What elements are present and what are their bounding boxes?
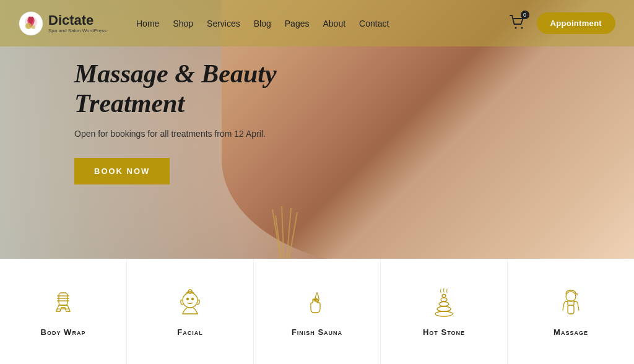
svg-line-29 [578,303,579,310]
body-wrap-icon [46,286,80,320]
service-card-body-wrap[interactable]: Body Wrap [0,259,127,364]
nav-about[interactable]: About [323,19,345,28]
svg-point-11 [521,27,523,28]
appointment-button[interactable]: Appointment [537,12,615,34]
service-card-massage[interactable]: Massage [508,259,634,364]
svg-point-23 [439,301,449,306]
logo-text: Dictate Spa and Salon WordPress [48,13,106,33]
logo-title: Dictate [48,13,106,28]
facial-icon [173,286,207,320]
logo-icon [19,11,43,36]
hero-content: Massage & Beauty Treatment Open for book… [74,59,334,184]
nav-shop[interactable]: Shop [173,19,193,28]
service-card-facial[interactable]: Facial [127,259,254,364]
svg-line-28 [563,303,564,310]
svg-point-8 [25,23,32,29]
service-label-body-wrap: Body Wrap [41,327,86,337]
svg-point-10 [515,27,516,28]
nav-contact[interactable]: Contact [359,19,389,28]
book-now-button[interactable]: Book Now [74,158,170,184]
svg-point-18 [187,298,189,300]
svg-point-19 [192,298,194,300]
nav-blog[interactable]: Blog [254,19,271,28]
services-row: Body Wrap [0,259,634,364]
logo[interactable]: Dictate Spa and Salon WordPress [19,11,111,36]
service-label-massage: Massage [554,327,588,337]
hot-stone-icon [427,286,461,320]
service-card-hot-stone[interactable]: Hot Stone [381,259,508,364]
hero-subtitle: Open for bookings for all treatments fro… [74,128,334,141]
svg-point-25 [442,294,446,297]
header-actions: 0 Appointment [510,12,615,34]
nav-services[interactable]: Services [207,19,240,28]
svg-point-24 [441,298,447,301]
header: Dictate Spa and Salon WordPress Home Sho… [0,0,634,46]
nav-home[interactable]: Home [136,19,159,28]
nav-pages[interactable]: Pages [285,19,310,28]
svg-point-9 [32,25,35,29]
hero-title: Massage & Beauty Treatment [74,59,334,119]
service-card-sauna[interactable]: Finish Sauna [254,259,381,364]
hero-section: Dictate Spa and Salon WordPress Home Sho… [0,0,634,364]
main-nav: Home Shop Services Blog Pages About Cont… [136,19,510,28]
logo-subtitle: Spa and Salon WordPress [48,28,106,33]
cart-badge: 0 [521,11,529,19]
service-label-hot-stone: Hot Stone [423,327,465,337]
service-label-sauna: Finish Sauna [292,327,342,337]
svg-rect-12 [59,293,67,305]
massage-icon [554,286,588,320]
svg-point-22 [437,306,451,311]
svg-point-21 [435,311,453,316]
cart-button[interactable]: 0 [510,14,526,33]
svg-point-26 [566,292,576,301]
svg-point-17 [183,293,198,308]
sauna-icon [300,286,334,320]
service-label-facial: Facial [177,327,202,337]
svg-rect-27 [568,305,574,314]
